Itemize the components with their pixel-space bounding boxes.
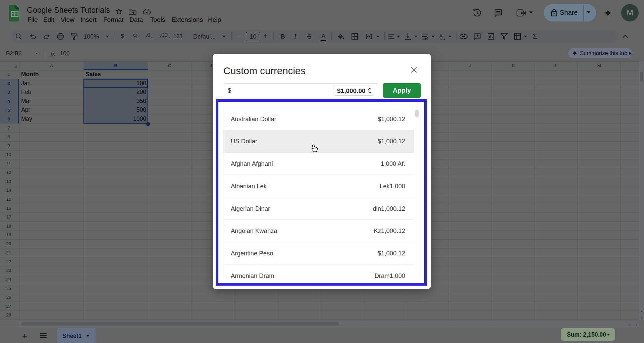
svg-text:A: A <box>439 33 443 39</box>
